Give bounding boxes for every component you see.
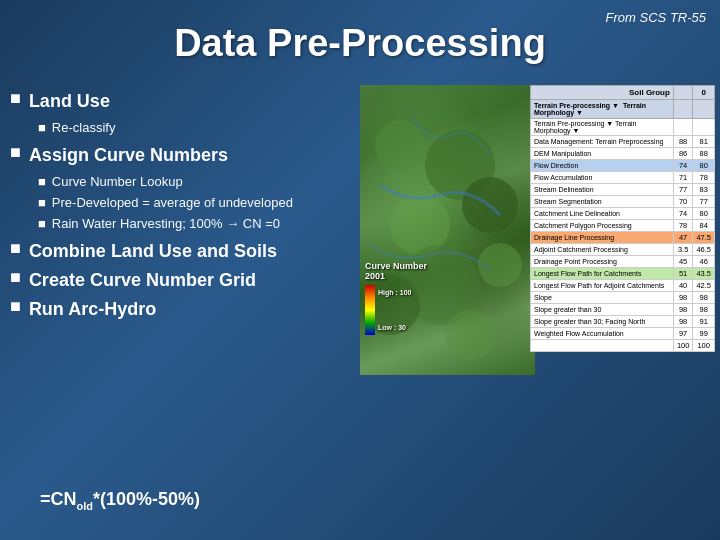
assign-cn-sub-bullets: ■ Curve Number Lookup ■ Pre-Developed = … — [38, 173, 350, 234]
table-cell-label: Slope greater than 30; Facing North — [531, 316, 674, 328]
table-cell-label: Drainage Line Processing — [531, 232, 674, 244]
table-cell-value: 98 — [673, 292, 693, 304]
table-cell-value: 98 — [673, 316, 693, 328]
assign-cn-label: Assign Curve Numbers — [29, 144, 228, 167]
table-cell-label: Drainage Point Processing — [531, 256, 674, 268]
create-grid-label: Create Curve Number Grid — [29, 269, 256, 292]
table-cell-label: Terrain Pre-processing ▼ Terrain Morphol… — [531, 119, 674, 136]
land-use-sub-bullets: ■ Re-classify — [38, 119, 350, 137]
table-row: Drainage Line Processing4747.5 — [531, 232, 715, 244]
table-cell-value — [693, 119, 715, 136]
table-cell-label: Catchment Polygon Processing — [531, 220, 674, 232]
bullet-assign-cn: ■ Assign Curve Numbers — [10, 144, 350, 167]
table-cell-value: 47 — [673, 232, 693, 244]
table-cell-value: 88 — [673, 136, 693, 148]
table-cell-label: DEM Manipulation — [531, 148, 674, 160]
table-cell-value: 43.5 — [693, 268, 715, 280]
page-title: Data Pre-Processing — [0, 22, 720, 65]
table-cell-value: 77 — [673, 184, 693, 196]
table-cell-value: 80 — [693, 208, 715, 220]
content-area: ■ Land Use ■ Re-classify ■ Assign Curve … — [10, 90, 350, 328]
table-cell-value: 51 — [673, 268, 693, 280]
run-arc-label: Run Arc-Hydro — [29, 298, 156, 321]
sub-bullet-rain-water: ■ Rain Water Harvesting; 100% → CN =0 — [38, 215, 350, 233]
table-row: Catchment Polygon Processing7884 — [531, 220, 715, 232]
sub-dot-4: ■ — [38, 216, 46, 231]
table-cell-value: 40 — [673, 280, 693, 292]
table-cell-label: Weighted Flow Accumulation — [531, 328, 674, 340]
table-row: Stream Delineation7783 — [531, 184, 715, 196]
table-row: Slope9898 — [531, 292, 715, 304]
table-cell-value: 45 — [673, 256, 693, 268]
col-header-1 — [673, 86, 693, 100]
table-cell-value: 78 — [693, 172, 715, 184]
bullet-dot-3: ■ — [10, 238, 21, 259]
pre-developed-label: Pre-Developed = average of undeveloped — [52, 194, 293, 212]
table-cell-label: Stream Segmentation — [531, 196, 674, 208]
table-cell-label: Slope — [531, 292, 674, 304]
table-cell-label: Longest Flow Path for Catchments — [531, 268, 674, 280]
bullet-run-arc: ■ Run Arc-Hydro — [10, 298, 350, 321]
table-cell-value: 46.5 — [693, 244, 715, 256]
table-row: Flow Direction7480 — [531, 160, 715, 172]
table-cell-label: Flow Accumulation — [531, 172, 674, 184]
table-row: Data Management: Terrain Preprocessing88… — [531, 136, 715, 148]
menu-header: Terrain Pre-processing ▼ Terrain Morphol… — [531, 100, 674, 119]
table-cell-value: 81 — [693, 136, 715, 148]
sub-dot-3: ■ — [38, 195, 46, 210]
table-row: Longest Flow Path for Catchments5143.5 — [531, 268, 715, 280]
table-cell-value: 97 — [673, 328, 693, 340]
table-cell-value: 86 — [673, 148, 693, 160]
table-row: Catchment Line Delineation7480 — [531, 208, 715, 220]
table-cell-value: 83 — [693, 184, 715, 196]
rain-water-label: Rain Water Harvesting; 100% → CN =0 — [52, 215, 280, 233]
svg-point-0 — [375, 120, 425, 170]
table-row: Drainage Point Processing4546 — [531, 256, 715, 268]
table-row: Slope greater than 309898 — [531, 304, 715, 316]
table-cell-label: Slope greater than 30 — [531, 304, 674, 316]
table-cell-label: Data Management: Terrain Preprocessing — [531, 136, 674, 148]
map-image: Curve Number 2001 High : 100 Low : 30 — [360, 85, 535, 375]
sub-bullet-pre-developed: ■ Pre-Developed = average of undeveloped — [38, 194, 350, 212]
table-cell-value: 78 — [673, 220, 693, 232]
table-cell-value: 100 — [693, 340, 715, 352]
svg-point-7 — [445, 310, 495, 360]
col-b — [693, 100, 715, 119]
cn-lookup-label: Curve Number Lookup — [52, 173, 183, 191]
table-cell-value: 98 — [673, 304, 693, 316]
table-cell-value: 98 — [693, 304, 715, 316]
table-row: Weighted Flow Accumulation9799 — [531, 328, 715, 340]
col-a — [673, 100, 693, 119]
bullet-land-use: ■ Land Use — [10, 90, 350, 113]
table-cell-label: Catchment Line Delineation — [531, 208, 674, 220]
table-row: Slope greater than 30; Facing North9891 — [531, 316, 715, 328]
table-cell-value: 77 — [693, 196, 715, 208]
table-cell-value: 74 — [673, 208, 693, 220]
table-cell-value: 80 — [693, 160, 715, 172]
formula-area: =CNold*(100%-50%) — [40, 489, 200, 512]
table-row: Flow Accumulation7178 — [531, 172, 715, 184]
table-cell-value: 70 — [673, 196, 693, 208]
table-cell-value: 71 — [673, 172, 693, 184]
combine-label: Combine Land Use and Soils — [29, 240, 277, 263]
table-row: 100100 — [531, 340, 715, 352]
table-cell-value: 88 — [693, 148, 715, 160]
bullet-dot-5: ■ — [10, 296, 21, 317]
table-cell-value: 100 — [673, 340, 693, 352]
table-cell-label: Stream Delineation — [531, 184, 674, 196]
bullet-dot-1: ■ — [10, 88, 21, 109]
col-header-2: 0 — [693, 86, 715, 100]
data-table: Soil Group 0 Terrain Pre-processing ▼ Te… — [530, 85, 715, 352]
table-header: Soil Group — [531, 86, 674, 100]
table-row: DEM Manipulation8688 — [531, 148, 715, 160]
sub-dot-2: ■ — [38, 174, 46, 189]
formula-text: =CNold*(100%-50%) — [40, 489, 200, 509]
table-cell-value: 91 — [693, 316, 715, 328]
table-body: Terrain Pre-processing ▼ Terrain Morphol… — [531, 119, 715, 352]
table-cell-value: 46 — [693, 256, 715, 268]
table-cell-value — [673, 119, 693, 136]
table-cell-value: 98 — [693, 292, 715, 304]
table-cell-value: 99 — [693, 328, 715, 340]
bullet-dot-2: ■ — [10, 142, 21, 163]
sub-bullet-cn-lookup: ■ Curve Number Lookup — [38, 173, 350, 191]
